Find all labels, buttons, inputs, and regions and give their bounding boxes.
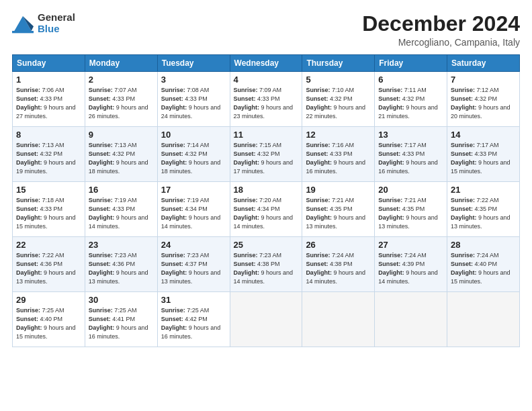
week-row-1: 1Sunrise: 7:06 AMSunset: 4:33 PMDaylight… xyxy=(13,72,520,127)
day-cell: 3Sunrise: 7:08 AMSunset: 4:33 PMDaylight… xyxy=(157,72,230,127)
day-number: 19 xyxy=(306,185,371,195)
calendar-table: SundayMondayTuesdayWednesdayThursdayFrid… xyxy=(12,54,520,347)
day-number: 16 xyxy=(89,185,154,195)
cell-content: Sunrise: 7:23 AMSunset: 4:36 PMDaylight:… xyxy=(89,251,154,286)
day-cell: 8Sunrise: 7:13 AMSunset: 4:32 PMDaylight… xyxy=(13,127,85,182)
logo-icon xyxy=(12,13,34,34)
day-cell xyxy=(447,292,520,347)
day-number: 5 xyxy=(306,75,371,85)
day-number: 14 xyxy=(451,130,516,140)
day-cell: 5Sunrise: 7:10 AMSunset: 4:32 PMDaylight… xyxy=(302,72,375,127)
cell-content: Sunrise: 7:16 AMSunset: 4:33 PMDaylight:… xyxy=(306,141,371,176)
col-header-saturday: Saturday xyxy=(447,55,520,72)
calendar-page: General Blue December 2024 Mercogliano, … xyxy=(0,0,532,411)
day-number: 11 xyxy=(234,130,299,140)
header-row: SundayMondayTuesdayWednesdayThursdayFrid… xyxy=(13,55,520,72)
day-cell: 25Sunrise: 7:23 AMSunset: 4:38 PMDayligh… xyxy=(230,237,302,292)
month-title: December 2024 xyxy=(362,12,520,36)
cell-content: Sunrise: 7:21 AMSunset: 4:35 PMDaylight:… xyxy=(378,196,443,231)
location: Mercogliano, Campania, Italy xyxy=(362,37,520,48)
day-cell: 4Sunrise: 7:09 AMSunset: 4:33 PMDaylight… xyxy=(230,72,302,127)
cell-content: Sunrise: 7:23 AMSunset: 4:38 PMDaylight:… xyxy=(234,251,299,286)
day-number: 3 xyxy=(161,75,226,85)
cell-content: Sunrise: 7:22 AMSunset: 4:35 PMDaylight:… xyxy=(451,196,516,231)
day-cell: 22Sunrise: 7:22 AMSunset: 4:36 PMDayligh… xyxy=(13,237,85,292)
col-header-friday: Friday xyxy=(375,55,447,72)
day-cell: 13Sunrise: 7:17 AMSunset: 4:33 PMDayligh… xyxy=(375,127,447,182)
day-number: 29 xyxy=(16,295,81,305)
cell-content: Sunrise: 7:17 AMSunset: 4:33 PMDaylight:… xyxy=(378,141,443,176)
cell-content: Sunrise: 7:24 AMSunset: 4:40 PMDaylight:… xyxy=(451,251,516,286)
cell-content: Sunrise: 7:11 AMSunset: 4:32 PMDaylight:… xyxy=(378,86,443,121)
col-header-sunday: Sunday xyxy=(13,55,85,72)
title-block: December 2024 Mercogliano, Campania, Ita… xyxy=(362,12,520,48)
cell-content: Sunrise: 7:13 AMSunset: 4:32 PMDaylight:… xyxy=(89,141,154,176)
cell-content: Sunrise: 7:24 AMSunset: 4:39 PMDaylight:… xyxy=(378,251,443,286)
day-number: 2 xyxy=(89,75,154,85)
cell-content: Sunrise: 7:10 AMSunset: 4:32 PMDaylight:… xyxy=(306,86,371,121)
day-cell: 23Sunrise: 7:23 AMSunset: 4:36 PMDayligh… xyxy=(85,237,157,292)
day-number: 13 xyxy=(378,130,443,140)
day-number: 15 xyxy=(16,185,81,195)
day-number: 18 xyxy=(234,185,299,195)
day-number: 21 xyxy=(451,185,516,195)
logo-blue: Blue xyxy=(38,24,75,35)
cell-content: Sunrise: 7:17 AMSunset: 4:33 PMDaylight:… xyxy=(451,141,516,176)
day-cell xyxy=(375,292,447,347)
day-cell: 24Sunrise: 7:23 AMSunset: 4:37 PMDayligh… xyxy=(157,237,230,292)
col-header-thursday: Thursday xyxy=(302,55,375,72)
cell-content: Sunrise: 7:19 AMSunset: 4:33 PMDaylight:… xyxy=(89,196,154,231)
day-cell: 19Sunrise: 7:21 AMSunset: 4:35 PMDayligh… xyxy=(302,182,375,237)
day-number: 8 xyxy=(16,130,81,140)
cell-content: Sunrise: 7:21 AMSunset: 4:35 PMDaylight:… xyxy=(306,196,371,231)
day-cell xyxy=(230,292,302,347)
cell-content: Sunrise: 7:14 AMSunset: 4:32 PMDaylight:… xyxy=(161,141,226,176)
cell-content: Sunrise: 7:25 AMSunset: 4:41 PMDaylight:… xyxy=(89,306,154,341)
day-number: 23 xyxy=(89,240,154,250)
day-cell: 7Sunrise: 7:12 AMSunset: 4:32 PMDaylight… xyxy=(447,72,520,127)
day-cell: 1Sunrise: 7:06 AMSunset: 4:33 PMDaylight… xyxy=(13,72,85,127)
cell-content: Sunrise: 7:06 AMSunset: 4:33 PMDaylight:… xyxy=(16,86,81,121)
day-cell: 12Sunrise: 7:16 AMSunset: 4:33 PMDayligh… xyxy=(302,127,375,182)
cell-content: Sunrise: 7:13 AMSunset: 4:32 PMDaylight:… xyxy=(16,141,81,176)
day-cell: 21Sunrise: 7:22 AMSunset: 4:35 PMDayligh… xyxy=(447,182,520,237)
day-number: 4 xyxy=(234,75,299,85)
day-number: 27 xyxy=(378,240,443,250)
week-row-4: 22Sunrise: 7:22 AMSunset: 4:36 PMDayligh… xyxy=(13,237,520,292)
col-header-wednesday: Wednesday xyxy=(230,55,302,72)
day-number: 10 xyxy=(161,130,226,140)
day-number: 12 xyxy=(306,130,371,140)
day-number: 24 xyxy=(161,240,226,250)
day-cell: 28Sunrise: 7:24 AMSunset: 4:40 PMDayligh… xyxy=(447,237,520,292)
day-number: 22 xyxy=(16,240,81,250)
week-row-3: 15Sunrise: 7:18 AMSunset: 4:33 PMDayligh… xyxy=(13,182,520,237)
day-number: 6 xyxy=(378,75,443,85)
logo: General Blue xyxy=(12,12,75,34)
day-cell: 27Sunrise: 7:24 AMSunset: 4:39 PMDayligh… xyxy=(375,237,447,292)
col-header-monday: Monday xyxy=(85,55,157,72)
day-cell: 18Sunrise: 7:20 AMSunset: 4:34 PMDayligh… xyxy=(230,182,302,237)
day-cell xyxy=(302,292,375,347)
day-number: 31 xyxy=(161,295,226,305)
logo-text: General Blue xyxy=(38,12,75,34)
cell-content: Sunrise: 7:07 AMSunset: 4:33 PMDaylight:… xyxy=(89,86,154,121)
day-number: 17 xyxy=(161,185,226,195)
day-cell: 6Sunrise: 7:11 AMSunset: 4:32 PMDaylight… xyxy=(375,72,447,127)
day-cell: 10Sunrise: 7:14 AMSunset: 4:32 PMDayligh… xyxy=(157,127,230,182)
week-row-5: 29Sunrise: 7:25 AMSunset: 4:40 PMDayligh… xyxy=(13,292,520,347)
day-number: 25 xyxy=(234,240,299,250)
day-number: 20 xyxy=(378,185,443,195)
cell-content: Sunrise: 7:08 AMSunset: 4:33 PMDaylight:… xyxy=(161,86,226,121)
cell-content: Sunrise: 7:12 AMSunset: 4:32 PMDaylight:… xyxy=(451,86,516,121)
cell-content: Sunrise: 7:20 AMSunset: 4:34 PMDaylight:… xyxy=(234,196,299,231)
day-cell: 26Sunrise: 7:24 AMSunset: 4:38 PMDayligh… xyxy=(302,237,375,292)
day-number: 7 xyxy=(451,75,516,85)
day-cell: 16Sunrise: 7:19 AMSunset: 4:33 PMDayligh… xyxy=(85,182,157,237)
svg-rect-2 xyxy=(12,30,34,32)
cell-content: Sunrise: 7:24 AMSunset: 4:38 PMDaylight:… xyxy=(306,251,371,286)
day-number: 26 xyxy=(306,240,371,250)
day-cell: 29Sunrise: 7:25 AMSunset: 4:40 PMDayligh… xyxy=(13,292,85,347)
day-cell: 30Sunrise: 7:25 AMSunset: 4:41 PMDayligh… xyxy=(85,292,157,347)
logo-general: General xyxy=(38,12,75,24)
cell-content: Sunrise: 7:15 AMSunset: 4:32 PMDaylight:… xyxy=(234,141,299,176)
